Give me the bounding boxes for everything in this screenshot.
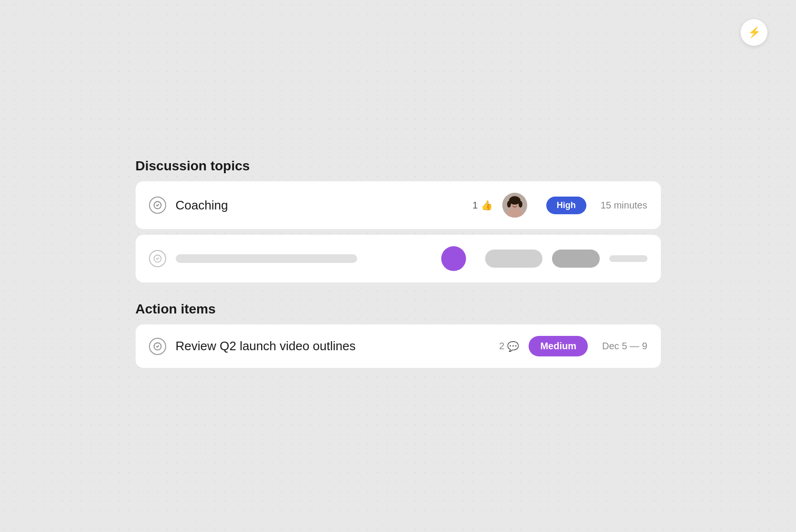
coaching-title: Coaching — [176, 198, 465, 213]
discussion-topics-title: Discussion topics — [136, 158, 661, 174]
placeholder-badge-2 — [552, 250, 600, 268]
svg-point-7 — [512, 203, 513, 204]
placeholder-badge-1 — [485, 250, 542, 268]
action-items-section: Action items Review Q2 launch video outl… — [136, 302, 661, 368]
review-q2-priority-badge[interactable]: Medium — [529, 336, 588, 356]
coaching-like-count: 1 — [473, 200, 478, 211]
thumbs-up-icon[interactable]: 👍 — [481, 199, 493, 211]
coaching-priority-badge[interactable]: High — [546, 197, 586, 214]
action-item-review-q2[interactable]: Review Q2 launch video outlines 2 💬 Medi… — [136, 324, 661, 368]
check-circle-review-q2[interactable] — [149, 338, 166, 355]
coaching-duration: 15 minutes — [601, 200, 647, 211]
placeholder-time-bar — [609, 255, 647, 262]
lightning-icon: ⚡ — [748, 26, 761, 39]
coaching-likes[interactable]: 1 👍 — [473, 199, 493, 211]
review-q2-date-range: Dec 5 — 9 — [602, 341, 647, 352]
svg-point-6 — [519, 201, 522, 208]
placeholder-text-bar — [176, 254, 357, 263]
review-q2-comment-count: 2 — [499, 341, 504, 352]
discussion-item-coaching[interactable]: Coaching 1 👍 — [136, 181, 661, 229]
review-q2-comments[interactable]: 2 💬 — [499, 341, 519, 352]
check-circle-coaching[interactable] — [149, 197, 166, 214]
check-circle-placeholder[interactable] — [149, 250, 166, 267]
review-q2-title: Review Q2 launch video outlines — [176, 339, 494, 354]
main-container: Discussion topics Coaching 1 👍 — [136, 158, 661, 374]
coaching-avatar — [502, 193, 527, 218]
comment-icon: 💬 — [507, 341, 519, 352]
svg-point-8 — [516, 203, 517, 204]
discussion-item-placeholder[interactable] — [136, 235, 661, 282]
action-items-title: Action items — [136, 302, 661, 317]
lightning-quick-actions-button[interactable]: ⚡ — [741, 19, 767, 46]
placeholder-avatar — [441, 246, 466, 271]
svg-point-5 — [507, 201, 511, 208]
